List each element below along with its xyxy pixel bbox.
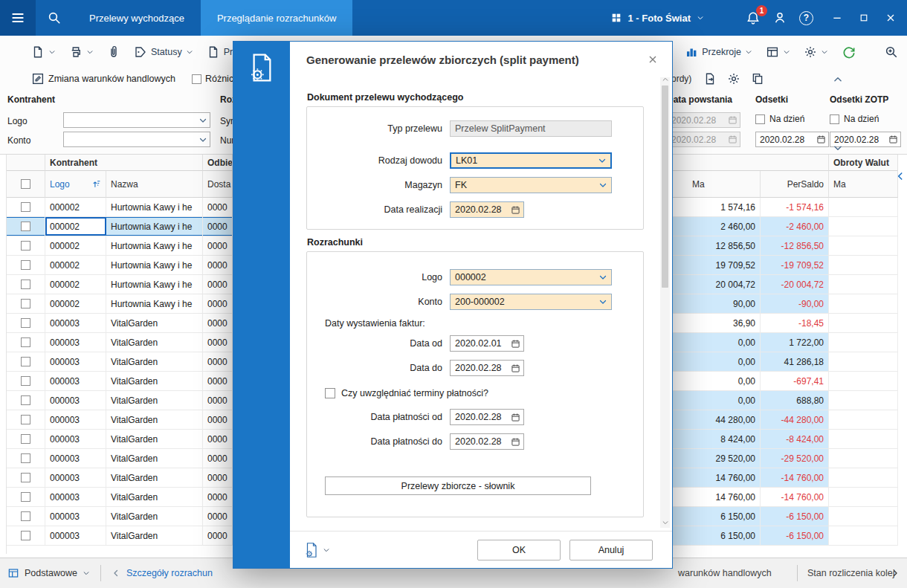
konto-select[interactable]: 200-000002 xyxy=(450,294,612,310)
collapse-sidebar-button[interactable] xyxy=(895,171,906,181)
table-row-values[interactable]: 0090,00-90,00 xyxy=(653,294,898,314)
cell-odbiorca[interactable]: 0000 xyxy=(203,449,233,468)
scroll-up-icon[interactable] xyxy=(662,77,669,83)
row-checkbox[interactable] xyxy=(7,430,45,448)
data-platnosci-do-field[interactable]: 2020.02.28 xyxy=(450,433,524,450)
row-checkbox[interactable] xyxy=(7,352,45,371)
cell-nazwa[interactable]: Hurtownia Kawy i he xyxy=(106,256,203,274)
bottom-tab-stan[interactable]: Stan rozliczenia kolej xyxy=(807,558,894,588)
cell-logo[interactable]: 000002 xyxy=(45,275,106,294)
data-platnosci-od-field[interactable]: 2020.02.28 xyxy=(450,409,524,425)
cell-logo[interactable]: 000003 xyxy=(45,314,106,332)
table-row[interactable]: 000003VitalGarden0000 xyxy=(7,507,233,526)
row-checkbox[interactable] xyxy=(7,449,45,468)
cell-logo[interactable]: 000003 xyxy=(45,372,106,390)
modal-close-button[interactable] xyxy=(642,49,663,70)
row-checkbox[interactable] xyxy=(7,294,45,313)
cell-odbiorca[interactable]: 0000 xyxy=(203,333,233,352)
data-powstania-od-field[interactable]: 2020.02.28 xyxy=(667,112,740,128)
table-row-values[interactable]: 002 460,00-2 460,00 xyxy=(653,217,898,236)
cell-odbiorca[interactable]: 0000 xyxy=(203,198,233,216)
table-row-values[interactable]: 000,001 722,00 xyxy=(653,333,898,352)
cell-nazwa[interactable]: Hurtownia Kawy i he xyxy=(106,198,203,216)
cell-logo[interactable]: 000003 xyxy=(45,449,106,468)
tabs-scroll-right-button[interactable] xyxy=(891,558,900,588)
export-document-button[interactable] xyxy=(703,72,717,85)
zmiana-warunkow-button[interactable]: Zmiana warunków handlowych xyxy=(31,72,175,85)
cell-nazwa[interactable]: VitalGarden xyxy=(106,410,203,429)
notifications-button[interactable]: 1 xyxy=(746,10,761,25)
cell-logo[interactable]: 000002 xyxy=(45,236,106,255)
table-row[interactable]: 000003VitalGarden0000 xyxy=(7,391,233,410)
cell-odbiorca[interactable]: 0000 xyxy=(203,410,233,429)
print-button[interactable] xyxy=(69,45,94,59)
close-button[interactable] xyxy=(882,9,900,27)
cell-odbiorca[interactable]: 0000 xyxy=(203,430,233,448)
help-button[interactable]: ? xyxy=(799,11,813,25)
konto-filter-combo[interactable] xyxy=(63,132,210,147)
cell-logo[interactable]: 000003 xyxy=(45,468,106,487)
cell-logo[interactable]: 000003 xyxy=(45,526,106,545)
rodzaj-dowodu-select[interactable]: LK01 xyxy=(450,152,612,169)
table-row[interactable]: 000003VitalGarden0000 xyxy=(7,430,233,449)
table-row[interactable]: 000002Hurtownia Kawy i he0000 xyxy=(7,275,233,294)
terminy-platnosci-checkbox[interactable]: Czy uwzględniać terminy płatności? xyxy=(325,388,625,398)
column-header-logo[interactable]: Logo xyxy=(45,171,106,198)
statusy-button[interactable]: Statusy xyxy=(134,45,193,59)
row-checkbox[interactable] xyxy=(7,256,45,274)
column-header-ma-walut[interactable]: Ma xyxy=(829,171,898,198)
cell-nazwa[interactable]: Hurtownia Kawy i he xyxy=(106,275,203,294)
gear-plus-button[interactable] xyxy=(727,72,740,85)
table-row[interactable]: 000002Hurtownia Kawy i he0000 xyxy=(7,256,233,275)
table-row[interactable]: 000003VitalGarden0000 xyxy=(7,526,233,546)
cell-odbiorca[interactable]: 0000 xyxy=(203,314,233,332)
zotp-na-dzien-checkbox[interactable]: Na dzień xyxy=(830,114,879,124)
table-row-values[interactable]: 4536,90-18,45 xyxy=(653,314,898,333)
row-checkbox[interactable] xyxy=(7,236,45,255)
views-selector[interactable]: Podstawowe xyxy=(7,567,90,579)
row-checkbox[interactable] xyxy=(7,333,45,352)
cell-nazwa[interactable]: VitalGarden xyxy=(106,526,203,545)
group-obroty-walut[interactable]: Obroty Walut xyxy=(829,155,898,171)
cell-odbiorca[interactable]: 0000 xyxy=(203,488,233,506)
row-checkbox[interactable] xyxy=(7,526,45,545)
table-row[interactable]: 000003VitalGarden0000 xyxy=(7,488,233,507)
cell-nazwa[interactable]: Hurtownia Kawy i he xyxy=(106,217,203,236)
table-row-values[interactable]: 0014 760,00-14 760,00 xyxy=(653,488,898,507)
cell-logo[interactable]: 000003 xyxy=(45,507,106,526)
table-row[interactable]: 000003VitalGarden0000 xyxy=(7,449,233,468)
logo-filter-combo[interactable] xyxy=(63,112,210,128)
row-checkbox[interactable] xyxy=(7,372,45,390)
table-row[interactable]: 000003VitalGarden0000 xyxy=(7,352,233,372)
data-realizacji-field[interactable]: 2020.02.28 xyxy=(450,201,524,218)
cell-odbiorca[interactable]: 0000 xyxy=(203,391,233,410)
table-row-values[interactable]: 410,00-697,41 xyxy=(653,372,898,391)
cell-odbiorca[interactable]: 0000 xyxy=(203,372,233,390)
logo-select[interactable]: 000002 xyxy=(450,269,612,285)
scroll-down-icon[interactable] xyxy=(662,519,669,526)
table-row-values[interactable]: 006 150,00-6 150,00 xyxy=(653,507,898,526)
cell-logo[interactable]: 000003 xyxy=(45,410,106,429)
group-kontrahent[interactable]: Kontrahent xyxy=(45,155,203,171)
column-header-persaldo[interactable]: PerSaldo xyxy=(761,171,829,198)
cell-odbiorca[interactable]: 0000 xyxy=(203,217,233,236)
table-row[interactable]: 000003VitalGarden0000 xyxy=(7,468,233,488)
table-row-values[interactable]: 006 150,00-6 150,00 xyxy=(653,526,898,546)
cell-nazwa[interactable]: VitalGarden xyxy=(106,507,203,526)
table-row[interactable]: 000003VitalGarden0000 xyxy=(7,314,233,333)
row-checkbox[interactable] xyxy=(7,198,45,216)
table-row[interactable]: 000003VitalGarden0000 xyxy=(7,333,233,352)
refresh-button[interactable] xyxy=(842,45,856,59)
cell-odbiorca[interactable]: 0000 xyxy=(203,294,233,313)
table-row-values[interactable]: 0020 004,72-20 004,72 xyxy=(653,275,898,294)
settings-button[interactable] xyxy=(804,45,828,59)
cell-logo[interactable]: 000003 xyxy=(45,488,106,506)
tab-przelewy-wychodzace[interactable]: Przelewy wychodzące xyxy=(73,0,201,36)
group-odbiorca[interactable]: Odbie xyxy=(203,155,233,171)
row-checkbox[interactable] xyxy=(7,507,45,526)
global-search-button[interactable] xyxy=(36,0,73,36)
table-row[interactable]: 000002Hurtownia Kawy i he0000 xyxy=(7,217,233,236)
cell-nazwa[interactable]: Hurtownia Kawy i he xyxy=(106,236,203,255)
user-button[interactable] xyxy=(772,10,787,25)
tabs-scroll-left-button[interactable] xyxy=(112,569,120,578)
